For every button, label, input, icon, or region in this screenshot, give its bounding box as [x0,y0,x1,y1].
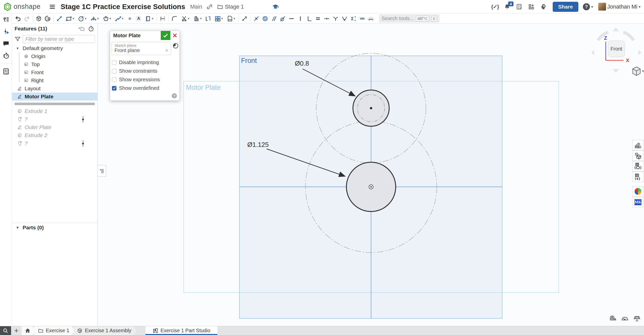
feature-item-unknown-2[interactable]: ? [12,139,97,147]
use-project-tool[interactable] [204,15,212,23]
dialog-help-icon[interactable]: ? [172,93,177,98]
feature-history-icon[interactable] [173,43,179,49]
trim-tool[interactable]: ▾ [179,15,191,23]
feature-item-unknown-1[interactable]: ? [12,115,97,123]
home-tab[interactable] [22,326,36,335]
cancel-button[interactable] [170,31,179,40]
history-stopwatch-icon[interactable] [2,51,10,60]
horizontal-constraint[interactable] [288,15,296,23]
parallel-constraint[interactable] [270,15,278,23]
drag-handle-icon[interactable] [82,116,84,124]
upper-hole-center-point[interactable] [370,107,372,109]
appearance-panel-icon[interactable] [632,140,643,150]
tasks-checklist-icon[interactable] [2,67,10,76]
rotate-right-arrow[interactable] [638,50,641,55]
tangent-constraint[interactable] [279,15,287,23]
dimension-tool[interactable] [240,15,249,23]
coincident-constraint[interactable] [252,15,260,23]
feature-item-motor-plate[interactable]: Motor Plate [12,93,97,101]
search-tools[interactable]: Search tools... alt/⌥ c [379,14,439,23]
option-disable-imprinting[interactable]: Disable imprinting [112,60,159,65]
rectangle-tool[interactable]: ▾ [64,15,76,23]
view-cube[interactable]: Front Z X [588,27,643,80]
rollback-history-icon[interactable] [87,25,95,32]
feature-item-outer-plate[interactable]: Outer Plate [12,123,97,131]
configurations-panel-icon[interactable] [632,161,643,172]
normal-constraint[interactable] [367,15,375,23]
rotate-cw-arrow[interactable] [623,32,633,40]
tab-exercise-1-part-studio[interactable]: Exercise 1 Part Studio [145,326,217,335]
line-tool[interactable] [55,15,63,23]
arc-tool[interactable]: ▾ [89,15,100,23]
graphics-canvas[interactable]: Front Motor Plate Ø0.8 Ø1.125 [98,24,644,326]
filter-input[interactable] [23,35,95,43]
onshape-logo[interactable]: onshape [4,3,41,11]
notifications-bell-icon[interactable]: 4 [502,2,512,12]
new-tab-button[interactable]: + [11,326,22,335]
custom-features-panel-icon[interactable] [632,150,643,161]
feature-item-layout[interactable]: Layout [12,85,97,93]
equal-constraint[interactable] [314,15,322,23]
checkbox[interactable] [112,77,116,82]
app-color-icon[interactable] [632,186,643,197]
link-icon[interactable] [205,2,214,12]
rotate-down-arrow[interactable] [613,69,619,73]
point-tool[interactable] [126,15,134,23]
fix-constraint[interactable] [358,15,366,23]
fillet-tool[interactable] [171,15,179,23]
workspace-label[interactable]: Main [190,4,202,10]
checkbox[interactable] [112,86,116,91]
vertical-constraint[interactable] [296,15,304,23]
create-folder-icon[interactable] [78,25,85,32]
drag-handle-icon[interactable] [82,140,84,148]
rotate-up-arrow[interactable] [613,28,619,31]
learning-center-icon[interactable] [539,2,548,12]
release-notes-icon[interactable] [514,2,524,12]
redo-button[interactable] [23,15,31,23]
mirror-tool[interactable] [159,15,167,23]
comments-icon[interactable] [2,39,10,48]
scale-constraint[interactable]: Σ [349,15,357,23]
checkbox[interactable] [112,69,116,73]
folder-breadcrumb[interactable]: Stage 1 [217,4,244,10]
sketch-solid-icon[interactable] [35,15,43,23]
perpendicular-constraint[interactable] [305,15,313,23]
pattern-tool[interactable]: ▾ [213,15,224,23]
panel-collapse-tab[interactable] [98,165,106,177]
clear-selection-icon[interactable]: × [165,48,168,53]
user-menu[interactable]: Jonathan Mi ▾ [598,3,640,11]
dimension-label-upper[interactable]: Ø0.8 [295,60,309,67]
rollback-bar[interactable] [15,103,95,105]
feature-item-extrude-2[interactable]: Extrude 2 [12,131,97,139]
option-show-constraints[interactable]: Show constraints [112,68,157,74]
sketch-plane-field[interactable]: Sketch plane Front plane × [112,42,171,55]
symmetric-constraint[interactable] [332,15,340,23]
tree-item-top[interactable]: Top [12,60,97,68]
tab-exercise-1[interactable]: Exercise 1 [34,326,75,335]
undo-button[interactable] [14,15,22,23]
polygon-tool[interactable]: ▾ [101,15,113,23]
dimension-label-lower[interactable]: Ø1.125 [247,141,269,148]
document-menu-icon[interactable] [48,2,57,12]
rotate-left-arrow[interactable] [591,50,594,55]
featurescript-icon[interactable]: {✓} [490,2,500,12]
offset-tool[interactable]: ▾ [192,15,203,23]
pierce-constraint[interactable] [340,15,348,23]
text-tool[interactable]: A [135,15,143,23]
revolve-icon[interactable] [44,15,52,23]
feature-item-extrude-1[interactable]: Extrude 1 [12,107,97,115]
checkbox[interactable] [112,60,116,65]
learning-badge-icon[interactable] [271,2,280,12]
help-menu[interactable]: ? ▾ [583,3,593,10]
mass-properties-icon[interactable] [633,314,641,322]
concentric-constraint[interactable] [261,15,269,23]
tree-item-right[interactable]: Right [12,76,97,85]
variables-panel-icon[interactable] [632,172,643,182]
option-show-overdefined[interactable]: Show overdefined [112,85,159,91]
app-store-icon[interactable] [527,2,536,12]
protractor-icon[interactable] [621,314,629,322]
view-options-cube-icon[interactable] [633,67,640,75]
tree-item-origin[interactable]: Origin [12,52,97,60]
parts-section-header[interactable]: ▾ Parts (0) [12,223,97,232]
midpoint-constraint[interactable] [323,15,331,23]
